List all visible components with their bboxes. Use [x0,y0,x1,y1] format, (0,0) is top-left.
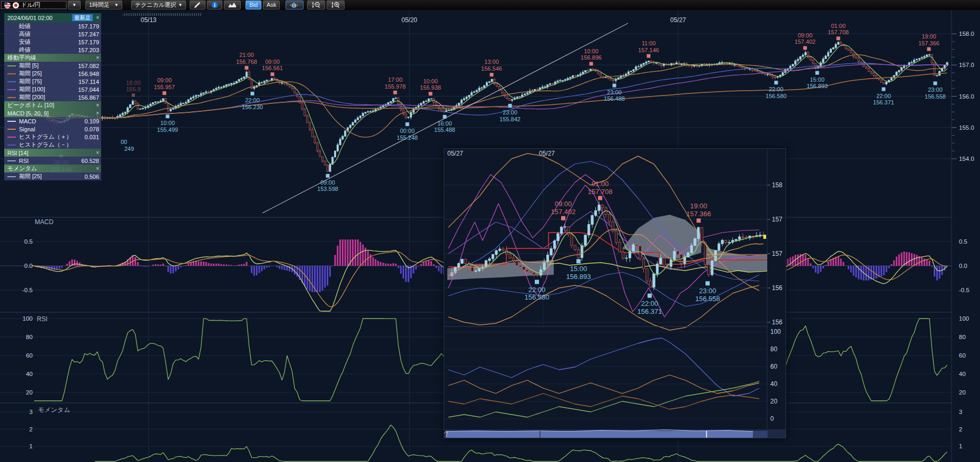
bid-label: Bid [249,1,258,9]
svg-text:156.580: 156.580 [525,293,550,301]
svg-text:0.0: 0.0 [959,263,967,269]
svg-text:156.371: 156.371 [638,307,662,315]
svg-text:05/27: 05/27 [444,431,448,438]
info-button[interactable] [207,1,222,9]
svg-text:22:00: 22:00 [876,93,891,99]
panel-date-header: 2024/06/01 02:00最新足× [4,13,101,22]
svg-text:-0.5: -0.5 [959,287,969,293]
svg-text:155.248: 155.248 [397,134,418,141]
svg-text:09:00: 09:00 [157,77,172,83]
popup-scrollbar[interactable] [445,429,786,438]
svg-text:60: 60 [770,363,778,370]
svg-text:157.402: 157.402 [795,38,816,45]
svg-text:155.9: 155.9 [126,86,141,92]
indicator-label: 期間 [25] [19,70,76,78]
svg-text:157.366: 157.366 [687,210,711,218]
indicator-section-label: RSI [14] [7,150,93,156]
indicator-label: ヒストグラム（＋） [19,133,82,141]
svg-text:09:00: 09:00 [320,179,335,186]
indicator-row: 高値157.247 [4,30,101,38]
svg-text:100: 100 [23,315,33,322]
technical-select-button[interactable]: テクニカル選択 ▼ [131,1,186,9]
zoom-in-button[interactable] [327,1,345,9]
indicator-section-label: MACD [5, 20, 9] [7,110,93,117]
timeframe-selector[interactable]: 1時間足 ▼ [85,1,122,9]
svg-text:01:00: 01:00 [831,23,846,29]
japan-flag-icon [13,2,19,8]
svg-text:155.957: 155.957 [154,84,175,90]
ask-button[interactable]: Ask [263,1,280,9]
indicator-section-header: ピークボトム [10]× [4,101,101,109]
indicator-row: RSI60.528 [4,157,101,165]
svg-text:40: 40 [770,380,778,388]
zoom-out-button[interactable] [307,1,325,9]
indicator-value: 0.078 [84,126,99,132]
indicator-row: 期間 [100]157.044 [4,85,101,93]
close-panel-button[interactable]: × [96,15,99,21]
volume-chart-button[interactable] [286,1,303,9]
detail-chart-window[interactable]: 15815715715615605/2705/2722:00156.58009:… [444,148,786,438]
close-indicator-button[interactable]: × [96,55,99,61]
close-indicator-button[interactable]: × [96,166,99,171]
svg-text:2: 2 [959,426,962,432]
svg-text:1: 1 [959,443,962,449]
svg-text:153.598: 153.598 [317,186,338,192]
ask-label: Ask [267,1,276,9]
indicator-row: ヒストグラム（－） [4,141,101,149]
indicator-value: 60.528 [81,158,99,164]
svg-text:156: 156 [772,284,782,292]
line-swatch-icon [7,121,16,122]
indicator-row: 期間 [5]157.082 [4,62,101,70]
svg-text:156.230: 156.230 [242,104,263,110]
close-indicator-button[interactable]: × [96,110,99,116]
svg-text:10:00: 10:00 [423,78,438,84]
svg-text:100: 100 [959,315,969,322]
indicator-value: 0.109 [84,118,99,124]
line-swatch-icon [7,160,16,161]
line-swatch-icon [7,81,16,82]
detail-chart-canvas[interactable]: 15815715715615605/2705/2722:00156.58009:… [444,149,786,438]
svg-text:156.558: 156.558 [695,295,720,303]
timeframe-label: 1時間足 [89,1,110,9]
draw-tool-button[interactable] [190,1,205,9]
svg-text:40: 40 [26,371,33,377]
svg-text:23:00: 23:00 [699,287,717,295]
svg-text:23:00: 23:00 [503,109,517,116]
svg-text:09:00: 09:00 [265,59,280,65]
indicator-row: Signal0.078 [4,125,101,133]
line-swatch-icon [7,129,16,130]
indicator-label: 高値 [19,30,76,38]
indicator-value: 157.247 [78,31,99,37]
indicator-value: 157.114 [79,79,99,85]
indicator-section-label: ピークボトム [10] [7,101,93,109]
bid-button[interactable]: Bid [246,1,261,9]
indicator-label: 期間 [200] [19,93,76,101]
svg-text:156.488: 156.488 [604,95,625,102]
svg-text:13:00: 13:00 [484,59,499,65]
svg-text:15:00: 15:00 [570,265,587,273]
svg-text:19:00: 19:00 [690,202,708,210]
svg-text:-0.5: -0.5 [22,287,33,293]
indicator-value: 156.948 [78,71,99,77]
svg-text:10:00: 10:00 [584,48,599,54]
pair-dropdown-button[interactable]: ▼ [68,1,81,9]
indicator-label: MACD [19,118,82,124]
info-icon [211,2,218,8]
svg-text:0.5: 0.5 [24,238,33,245]
svg-text:MACD: MACD [35,218,54,226]
indicator-label: 期間 [75] [19,78,76,85]
currency-pair-selector[interactable]: ドル/円 [1,1,66,9]
svg-text:155.499: 155.499 [157,127,178,133]
svg-text:1: 1 [30,443,33,449]
indicator-label: 安値 [19,38,76,46]
svg-text:80: 80 [959,334,966,340]
close-indicator-button[interactable]: × [96,150,99,156]
indicator-label: 終値 [19,46,76,54]
indicator-value: 0.031 [84,134,99,140]
chart-style-button[interactable] [224,1,241,9]
indicator-section-header: MACD [5, 20, 9]× [4,109,101,117]
close-indicator-button[interactable]: × [96,102,99,108]
chevron-down-icon: ▼ [178,1,182,9]
svg-text:155.488: 155.488 [434,127,455,133]
svg-text:156.371: 156.371 [873,99,894,105]
